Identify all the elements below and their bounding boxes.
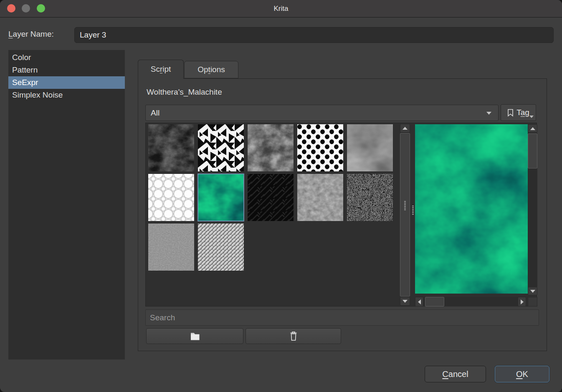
chevron-down-icon [486, 112, 491, 115]
chevron-down-icon [529, 116, 534, 118]
folder-icon [190, 332, 200, 341]
tag-button[interactable]: Tag [501, 104, 536, 121]
trash-icon [289, 331, 298, 341]
pattern-thumbnail-soft-smoke[interactable] [347, 124, 393, 171]
scrollbar-corner [528, 297, 537, 307]
pattern-thumbnail-dark-marble[interactable] [148, 124, 194, 171]
grid-vertical-scrollbar[interactable] [400, 124, 410, 306]
tag-filter-dropdown[interactable]: All [145, 105, 499, 121]
pattern-thumbnail-black-maze[interactable] [248, 174, 294, 221]
layer-name-label: Layer Name: [8, 30, 54, 39]
cancel-button[interactable]: Cancel [425, 366, 486, 382]
preview-vertical-scrollbar[interactable] [528, 124, 537, 295]
krita-fill-layer-dialog: Krita Layer Name: Color Pattern SeExpr S… [0, 0, 562, 392]
scrollbar-thumb[interactable] [528, 133, 537, 168]
scroll-down-button[interactable] [400, 297, 410, 306]
delete-resource-button[interactable] [246, 328, 341, 344]
tag-button-label: Tag [516, 108, 529, 117]
search-input[interactable] [145, 309, 539, 326]
script-tab-panel: Wolthera's_Malachite All Tag [138, 78, 547, 351]
scroll-right-button[interactable] [518, 297, 526, 307]
import-resource-button[interactable] [146, 328, 243, 344]
pattern-thumbnail-halftone-dots[interactable] [297, 124, 343, 171]
titlebar[interactable]: Krita [0, 0, 562, 18]
malachite-pattern-preview [415, 124, 528, 294]
tab-options[interactable]: Options [184, 61, 238, 78]
scrollbar-grip [404, 201, 406, 210]
pattern-thumbnail-diagonal-weave[interactable] [198, 224, 244, 271]
scroll-down-button[interactable] [528, 287, 537, 295]
scroll-up-button[interactable] [400, 124, 410, 133]
tag-filter-value: All [151, 108, 159, 117]
splitter-grip [412, 206, 414, 215]
pattern-chooser [145, 123, 537, 307]
pattern-thumbnail-light-squiggles[interactable] [148, 174, 194, 221]
list-item-seexpr[interactable]: SeExpr [8, 76, 125, 89]
splitter-handle[interactable] [411, 123, 415, 307]
pattern-thumbnail-rough-concrete[interactable] [297, 174, 343, 221]
pattern-thumbnail-dark-speckles[interactable] [347, 174, 393, 221]
pattern-thumbnail-bw-triangles[interactable] [198, 124, 244, 171]
resource-name-label: Wolthera's_Malachite [147, 88, 222, 97]
pattern-thumbnail-malachite-green[interactable] [198, 174, 244, 221]
scrollbar-thumb[interactable] [400, 133, 410, 297]
scrollbar-thumb[interactable] [425, 297, 444, 307]
list-item-pattern[interactable]: Pattern [8, 64, 125, 76]
pattern-thumbnail-gray-canvas[interactable] [148, 224, 194, 271]
window-title: Krita [0, 0, 562, 18]
scroll-up-button[interactable] [528, 124, 537, 133]
bookmark-icon [507, 109, 514, 117]
scroll-left-button[interactable] [415, 297, 423, 307]
tab-script[interactable]: Script [138, 60, 184, 79]
list-item-simplex-noise[interactable]: Simplex Noise [8, 89, 125, 101]
ok-button[interactable]: OK [495, 366, 549, 382]
pattern-grid [148, 124, 399, 305]
preview-horizontal-scrollbar[interactable] [415, 297, 528, 307]
generator-type-list: Color Pattern SeExpr Simplex Noise [8, 50, 125, 359]
pattern-thumbnail-gray-mottled[interactable] [248, 124, 294, 171]
list-item-color[interactable]: Color [8, 51, 125, 64]
layer-name-input[interactable] [74, 27, 554, 43]
